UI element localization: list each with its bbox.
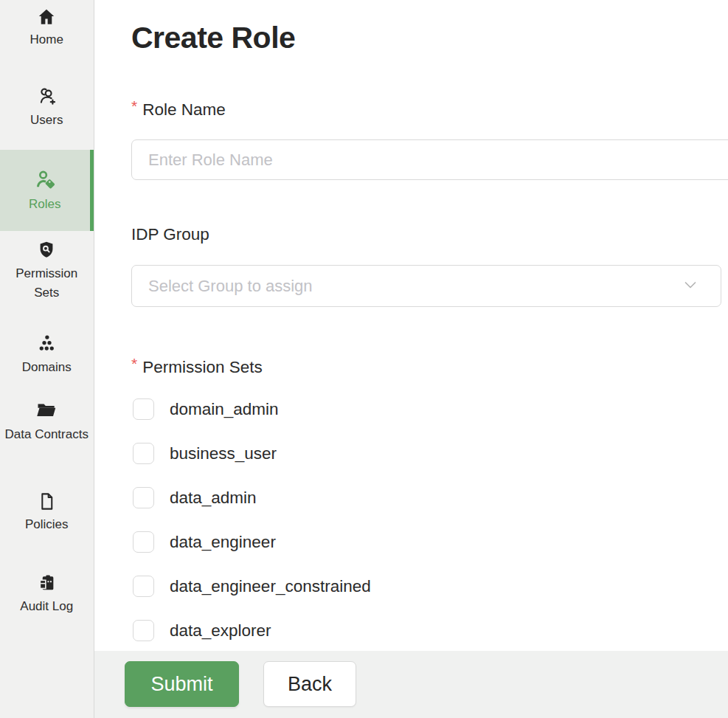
required-marker: * bbox=[131, 355, 137, 372]
permission-set-row: business_user bbox=[133, 443, 277, 464]
permission-set-option-label[interactable]: business_user bbox=[170, 444, 277, 463]
permission-set-row: data_engineer_constrained bbox=[133, 576, 371, 597]
sidebar-item-permission-sets[interactable]: Permission Sets bbox=[0, 240, 94, 302]
clipboard-icon bbox=[36, 573, 57, 593]
sidebar-item-users[interactable]: Users bbox=[0, 85, 94, 130]
permission-set-checkbox[interactable] bbox=[133, 398, 154, 420]
main-content: Create Role *Role Name IDP Group Select … bbox=[94, 0, 728, 718]
sidebar-item-label: Data Contracts bbox=[3, 425, 90, 444]
permission-set-option-label[interactable]: data_engineer_constrained bbox=[170, 577, 371, 596]
permission-set-row: data_admin bbox=[133, 487, 257, 508]
role-name-input[interactable] bbox=[131, 139, 728, 180]
submit-button[interactable]: Submit bbox=[125, 661, 239, 707]
sidebar-item-label: Permission Sets bbox=[3, 264, 90, 302]
shield-search-icon bbox=[36, 240, 57, 260]
required-marker: * bbox=[131, 97, 137, 114]
sidebar-item-label: Users bbox=[3, 111, 90, 130]
back-button[interactable]: Back bbox=[263, 661, 356, 707]
create-role-screen: Home Users bbox=[0, 0, 728, 718]
idp-group-placeholder: Select Group to assign bbox=[148, 277, 682, 296]
footer-action-bar: Submit Back bbox=[94, 651, 728, 718]
folder-icon bbox=[35, 399, 58, 421]
page-title: Create Role bbox=[131, 21, 295, 55]
permission-set-row: data_explorer bbox=[133, 620, 271, 641]
sidebar-item-label: Domains bbox=[3, 358, 90, 377]
home-icon bbox=[37, 7, 56, 27]
permission-set-row: data_engineer bbox=[133, 531, 276, 553]
permission-set-option-label[interactable]: data_engineer bbox=[170, 533, 276, 552]
permission-sets-label: *Permission Sets bbox=[131, 355, 263, 377]
document-icon bbox=[37, 491, 57, 511]
idp-group-label: IDP Group bbox=[131, 225, 209, 244]
sidebar-item-label: Roles bbox=[1, 195, 89, 214]
sidebar-item-audit-log[interactable]: Audit Log bbox=[0, 573, 94, 616]
permission-set-checkbox[interactable] bbox=[133, 443, 154, 464]
sidebar-item-data-contracts[interactable]: Data Contracts bbox=[0, 399, 94, 444]
permission-set-option-label[interactable]: domain_admin bbox=[170, 400, 279, 419]
sidebar: Home Users bbox=[0, 0, 94, 718]
sidebar-item-label: Home bbox=[3, 30, 90, 49]
sidebar-item-label: Policies bbox=[3, 515, 90, 534]
domains-dots-icon bbox=[35, 332, 58, 354]
permission-set-checkbox[interactable] bbox=[133, 487, 154, 508]
sidebar-item-roles[interactable]: Roles bbox=[0, 150, 94, 231]
sidebar-item-domains[interactable]: Domains bbox=[0, 332, 94, 377]
idp-group-select[interactable]: Select Group to assign bbox=[131, 265, 721, 307]
permission-set-option-label[interactable]: data_explorer bbox=[170, 621, 271, 641]
permission-set-checkbox[interactable] bbox=[133, 620, 154, 641]
sidebar-item-policies[interactable]: Policies bbox=[0, 491, 94, 534]
sidebar-item-label: Audit Log bbox=[3, 597, 90, 616]
sidebar-item-home[interactable]: Home bbox=[0, 7, 94, 49]
permission-set-option-label[interactable]: data_admin bbox=[170, 489, 257, 508]
role-tag-icon bbox=[33, 168, 57, 191]
permission-set-checkbox[interactable] bbox=[133, 531, 154, 553]
chevron-down-icon bbox=[682, 276, 699, 297]
users-add-icon bbox=[35, 85, 58, 107]
permission-set-row: domain_admin bbox=[133, 398, 279, 420]
permission-set-checkbox[interactable] bbox=[133, 576, 154, 597]
role-name-label: *Role Name bbox=[131, 97, 226, 120]
